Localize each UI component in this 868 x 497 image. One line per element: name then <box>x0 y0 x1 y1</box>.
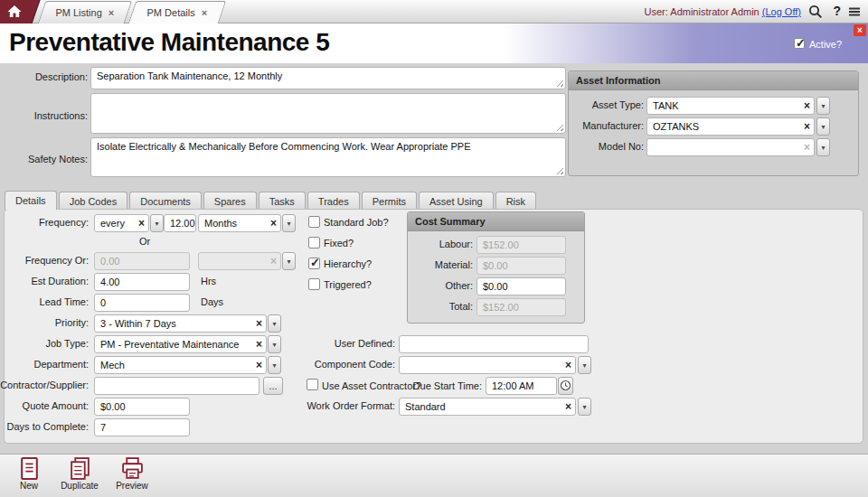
tab-pm-listing[interactable]: PM Listing × <box>38 1 133 23</box>
chevron-down-icon[interactable]: ▾ <box>282 252 296 270</box>
job-type-combo[interactable]: PM - Preventative Maintenance × <box>94 335 267 353</box>
menu-icon[interactable] <box>848 5 861 22</box>
asset-type-label: Asset Type: <box>568 99 644 110</box>
hrs-label: Hrs <box>201 276 216 286</box>
hierarchy-label: Hierarchy? <box>324 258 372 269</box>
chevron-down-icon[interactable]: ▾ <box>268 314 281 333</box>
asset-type-combo[interactable]: TANK × <box>646 97 815 115</box>
clear-icon[interactable]: × <box>565 360 571 370</box>
user-label: User: Administrator Admin <box>645 6 760 17</box>
manufacturer-combo[interactable]: OZTANKS × <box>646 117 815 136</box>
chevron-down-icon[interactable]: ▾ <box>268 335 281 353</box>
hierarchy-checkbox[interactable]: ✓ <box>308 258 320 269</box>
due-start-time-input[interactable]: 12:00 AM <box>486 377 557 395</box>
logoff-link[interactable]: (Log Off) <box>762 6 801 17</box>
other-input[interactable]: $0.00 <box>476 277 566 295</box>
asset-information-title: Asset Information <box>569 71 858 90</box>
window-close-button[interactable]: × <box>854 24 866 36</box>
frequency-mode-combo[interactable]: every × <box>94 214 149 232</box>
est-duration-input[interactable]: 4.00 <box>94 273 190 291</box>
fixed-label: Fixed? <box>324 238 354 248</box>
resize-grip[interactable] <box>556 80 563 87</box>
tab-tasks[interactable]: Tasks <box>259 192 306 210</box>
clear-icon[interactable]: × <box>270 218 277 229</box>
contractor-supplier-input[interactable] <box>94 377 259 395</box>
safety-notes-textarea[interactable]: Isolate Electrically & Mechanically Befo… <box>90 137 566 177</box>
model-no-combo[interactable]: × <box>646 138 815 156</box>
cost-summary-title: Cost Summary <box>408 212 584 231</box>
department-combo[interactable]: Mech × <box>94 356 267 374</box>
preview-label: Preview <box>108 481 156 491</box>
description-input[interactable]: Separation Tank Maintenance, 12 Monthly <box>90 67 566 89</box>
user-defined-input[interactable] <box>399 335 589 353</box>
preview-button[interactable]: Preview <box>108 456 156 491</box>
clear-icon[interactable]: × <box>138 218 145 229</box>
frequency-value-input[interactable]: 12.00 <box>164 214 196 232</box>
department-label: Department: <box>0 359 89 370</box>
labour-input: $152.00 <box>476 236 566 254</box>
asset-type-value: TANK <box>653 100 801 111</box>
home-icon <box>6 5 22 22</box>
lead-time-label: Lead Time: <box>0 296 89 307</box>
duplicate-icon <box>54 456 105 481</box>
tab-job-codes[interactable]: Job Codes <box>59 192 128 210</box>
work-order-format-combo[interactable]: Standard × <box>399 398 576 416</box>
tab-asset-using[interactable]: Asset Using <box>419 192 494 210</box>
tab-risk[interactable]: Risk <box>495 192 536 210</box>
tab-documents[interactable]: Documents <box>129 192 202 210</box>
chevron-down-icon[interactable]: ▾ <box>578 356 591 374</box>
clear-icon[interactable]: × <box>804 121 810 132</box>
clock-button[interactable] <box>558 377 573 395</box>
resize-grip[interactable] <box>556 124 563 131</box>
instructions-textarea[interactable] <box>90 93 566 134</box>
material-input: $0.00 <box>476 257 566 275</box>
chevron-down-icon[interactable]: ▾ <box>578 398 591 416</box>
due-start-time-label: Due Start Time: <box>405 380 482 391</box>
chevron-down-icon[interactable]: ▾ <box>816 97 830 115</box>
chevron-down-icon[interactable]: ▾ <box>282 214 296 232</box>
tab-permits[interactable]: Permits <box>362 192 417 210</box>
home-button[interactable] <box>0 0 40 23</box>
fixed-checkbox[interactable]: ✓ <box>308 237 320 248</box>
browse-button[interactable]: ... <box>263 377 283 395</box>
new-button[interactable]: New <box>7 456 51 491</box>
work-order-format-label: Work Order Format: <box>305 400 395 411</box>
standard-job-checkbox[interactable]: ✓ <box>308 216 320 228</box>
search-icon[interactable] <box>808 5 823 23</box>
clear-icon[interactable]: × <box>565 401 571 412</box>
chevron-down-icon[interactable]: ▾ <box>816 117 830 136</box>
frequency-or-input[interactable]: 0.00 <box>94 252 190 270</box>
clear-icon[interactable]: × <box>256 318 262 329</box>
clear-icon[interactable]: × <box>270 256 277 267</box>
triggered-label: Triggered? <box>324 279 372 290</box>
or-label: Or <box>94 236 195 247</box>
priority-combo[interactable]: 3 - Within 7 Days × <box>94 314 267 333</box>
clear-icon[interactable]: × <box>256 360 262 370</box>
use-asset-contractor-checkbox[interactable]: ✓ <box>307 379 318 390</box>
help-icon[interactable]: ? <box>833 4 841 18</box>
clear-icon[interactable]: × <box>804 142 810 153</box>
tab-trades[interactable]: Trades <box>307 192 360 210</box>
triggered-checkbox[interactable]: ✓ <box>308 278 320 290</box>
days-to-complete-input[interactable]: 7 <box>94 418 190 436</box>
clear-icon[interactable]: × <box>804 100 810 111</box>
close-icon[interactable]: × <box>108 7 114 18</box>
tab-pm-details[interactable]: PM Details × <box>128 1 227 23</box>
chevron-down-icon[interactable]: ▾ <box>816 138 830 156</box>
clear-icon[interactable]: × <box>256 339 262 350</box>
quote-amount-input[interactable]: $0.00 <box>94 398 190 416</box>
chevron-down-icon[interactable]: ▾ <box>150 214 164 232</box>
chevron-down-icon[interactable]: ▾ <box>268 356 281 374</box>
lead-time-input[interactable]: 0 <box>94 294 190 312</box>
duplicate-button[interactable]: Duplicate <box>54 456 105 491</box>
tab-details[interactable]: Details <box>5 191 57 210</box>
close-icon[interactable]: × <box>202 7 207 18</box>
component-code-combo[interactable]: × <box>399 356 576 374</box>
active-checkbox[interactable]: ✓ <box>794 38 805 49</box>
tab-spares[interactable]: Spares <box>203 192 257 210</box>
resize-grip[interactable] <box>556 167 563 174</box>
frequency-or-unit-combo[interactable]: × <box>198 252 281 270</box>
frequency-unit-combo[interactable]: Months × <box>198 214 281 232</box>
close-icon: × <box>857 25 863 35</box>
labour-label: Labour: <box>410 239 473 249</box>
